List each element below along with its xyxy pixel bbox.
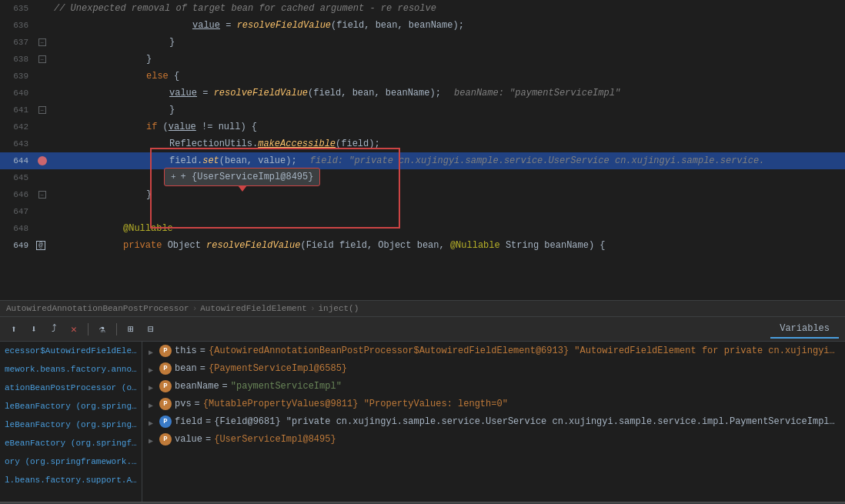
call-stack-item[interactable]: leBeanFactory (org.springfram: [0, 397, 142, 416]
line-content: @Nullable: [50, 223, 845, 234]
var-row-field[interactable]: ▶ P field = {Field@9681} "private cn.xuj…: [142, 414, 845, 432]
line-number: 636: [0, 21, 35, 30]
var-name-value: value: [175, 432, 202, 447]
var-expand-beanname[interactable]: ▶: [149, 379, 159, 396]
var-value-bean: {PaymentServiceImpl@6585}: [209, 362, 839, 376]
line-gutter: @: [35, 241, 50, 250]
fold-arrow[interactable]: −: [38, 55, 46, 63]
line-number: 647: [0, 207, 35, 216]
code-editor: 635 // Unexpected removal of target bean…: [0, 0, 845, 300]
fold-arrow[interactable]: −: [38, 38, 46, 46]
line-number: 648: [0, 224, 35, 233]
line-number: 639: [0, 72, 35, 81]
debug-popup-value: + {UserServiceImpl@8495}: [181, 172, 314, 182]
toolbar-btn-download-up[interactable]: ⬆: [6, 322, 22, 337]
fold-arrow[interactable]: −: [38, 106, 46, 114]
code-line-641: 641 − }: [0, 102, 845, 118]
var-expand-bean[interactable]: ▶: [149, 362, 159, 378]
toolbar-btn-upload[interactable]: ⤴: [46, 322, 62, 337]
code-lines: 635 // Unexpected removal of target bean…: [0, 0, 845, 254]
var-icon-pvs: P: [159, 398, 172, 410]
breadcrumb-bar: AutowiredAnnotationBeanPostProcessor › A…: [0, 300, 845, 317]
var-icon-this: P: [159, 345, 172, 357]
code-line-648: 648 @Nullable: [0, 220, 845, 237]
var-name-field: field: [175, 415, 202, 429]
toolbar-btn-delete[interactable]: ✕: [66, 322, 82, 337]
code-line-640: 640 value = resolveFieldValue(field, bea…: [0, 85, 845, 102]
var-value-beanname: "paymentServiceImpl": [231, 379, 839, 394]
popup-arrow: [238, 185, 247, 192]
var-value-field: {Field@9681} "private cn.xujingyi.sample…: [214, 415, 839, 429]
call-stack-item[interactable]: ationBeanPostProcessor (org.: [0, 379, 142, 397]
call-stack-item[interactable]: ecessor$AutowiredFieldElemen: [0, 342, 142, 360]
code-line-636: 636 value = resolveFieldValue(field, bea…: [0, 17, 845, 34]
fold-arrow[interactable]: −: [38, 191, 46, 199]
code-line-638: 638 − }: [0, 51, 845, 68]
var-name-beanname: beanName: [175, 379, 219, 394]
code-line-643: 643 ReflectionUtils.makeAccessible(field…: [0, 135, 845, 152]
var-expand-this[interactable]: ▶: [149, 344, 159, 360]
toolbar-btn-filter[interactable]: ⚗: [95, 322, 110, 337]
line-gutter: −: [35, 106, 50, 114]
toolbar-btn-download-down[interactable]: ⬇: [26, 322, 42, 337]
breadcrumb-sep-1: ›: [192, 304, 198, 313]
line-content: ReflectionUtils.makeAccessible(field);: [50, 139, 845, 149]
call-stack-item[interactable]: l.beans.factory.support.Abs: [0, 471, 142, 489]
var-value-this: {AutowiredAnnotationBeanPostProcessor$Au…: [209, 344, 839, 359]
line-number: 645: [0, 173, 35, 182]
debug-popup[interactable]: + + {UserServiceImpl@8495}: [164, 168, 320, 186]
var-icon-field: P: [159, 416, 172, 428]
var-value-value: {UserServiceImpl@8495}: [214, 432, 839, 447]
var-icon-bean: P: [159, 362, 172, 375]
breadcrumb-item-1: AutowiredAnnotationBeanPostProcessor: [6, 304, 189, 313]
line-number: 637: [0, 38, 35, 47]
expand-icon[interactable]: +: [171, 172, 176, 182]
line-number: 646: [0, 190, 35, 199]
breadcrumb-sep-2: ›: [310, 304, 316, 313]
var-expand-value[interactable]: ▶: [149, 432, 159, 449]
var-row-value[interactable]: ▶ P value = {UserServiceImpl@8495}: [142, 432, 845, 449]
var-expand-pvs[interactable]: ▶: [149, 397, 159, 413]
line-number: 635: [0, 4, 35, 13]
line-gutter: −: [35, 191, 50, 199]
var-name-this: this: [175, 344, 197, 359]
var-row-this[interactable]: ▶ P this = {AutowiredAnnotationBeanPostP…: [142, 343, 845, 361]
line-number: 644: [0, 156, 35, 165]
debug-panel: ⬆ ⬇ ⤴ ✕ ⚗ ⊞ ⊟ Variables ecessor$Autowire…: [0, 317, 845, 502]
breadcrumb-item-3: inject(): [318, 304, 359, 313]
variables-area: ecessor$AutowiredFieldElemen mework.bean…: [0, 342, 845, 502]
toolbar-btn-layout[interactable]: ⊟: [143, 322, 159, 337]
var-expand-field[interactable]: ▶: [149, 415, 159, 431]
toolbar-sep-2: [116, 323, 117, 335]
line-content: field.set(bean, value); field: "private …: [50, 155, 845, 166]
breadcrumb-item-2: AutowiredFieldElement: [200, 304, 307, 313]
code-line-645: 645: [0, 169, 845, 186]
code-line-635: 635 // Unexpected removal of target bean…: [0, 0, 845, 17]
line-content: value = resolveFieldValue(field, bean, b…: [50, 20, 845, 31]
code-line-637: 637 − }: [0, 34, 845, 51]
line-number: 643: [0, 139, 35, 149]
line-content: private Object resolveFieldValue(Field f…: [50, 240, 845, 251]
line-content: }: [50, 189, 845, 200]
toolbar-btn-grid[interactable]: ⊞: [123, 322, 139, 337]
call-stack-item[interactable]: ory (org.springframework.be: [0, 452, 142, 471]
line-number: 638: [0, 55, 35, 64]
variables-tab[interactable]: Variables: [770, 320, 839, 339]
line-gutter: [35, 156, 50, 165]
line-gutter: −: [35, 55, 50, 63]
var-value-pvs: {MutablePropertyValues@9811} "PropertyVa…: [203, 397, 839, 412]
line-gutter: −: [35, 38, 50, 46]
var-row-bean[interactable]: ▶ P bean = {PaymentServiceImpl@6585}: [142, 361, 845, 379]
at-icon: @: [36, 241, 45, 250]
call-stack-item[interactable]: leBeanFactory (org.springfram: [0, 416, 142, 434]
call-stack-item[interactable]: eBeanFactory (org.springframe: [0, 434, 142, 452]
call-stack-item[interactable]: mework.beans.factory.annota: [0, 360, 142, 379]
var-icon-beanname: P: [159, 380, 172, 392]
line-number: 642: [0, 122, 35, 132]
var-row-pvs[interactable]: ▶ P pvs = {MutablePropertyValues@9811} "…: [142, 396, 845, 414]
line-number: 640: [0, 88, 35, 98]
var-name-pvs: pvs: [175, 397, 192, 412]
toolbar-sep-1: [88, 323, 89, 335]
var-row-beanname[interactable]: ▶ P beanName = "paymentServiceImpl": [142, 379, 845, 396]
line-content: if (value != null) {: [50, 122, 845, 132]
